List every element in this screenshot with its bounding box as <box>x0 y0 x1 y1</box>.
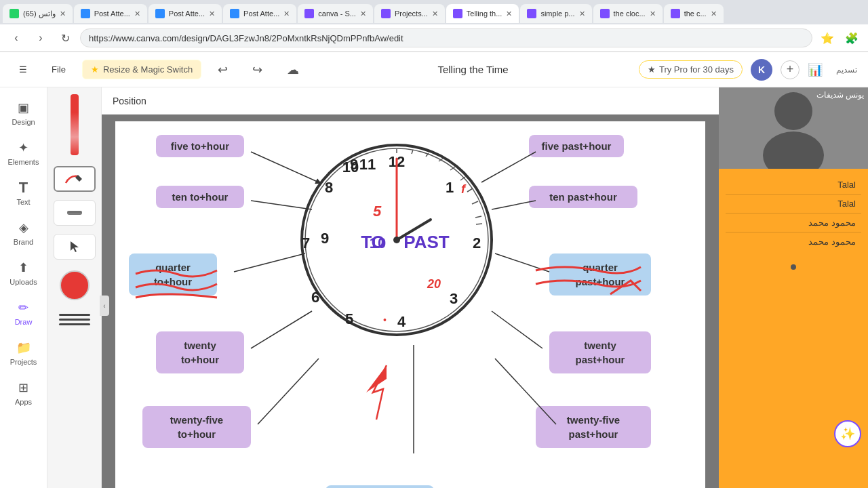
document-title: Telling the Time <box>315 64 631 75</box>
draw-color-circle[interactable] <box>60 270 90 300</box>
canvas-page[interactable]: five to+hour ten to+hour quarterto+hour … <box>115 121 705 488</box>
undo-button[interactable]: ↩ <box>210 58 236 81</box>
try-pro-button[interactable]: ★ Try Pro for 30 days <box>639 60 743 79</box>
forward-button[interactable]: › <box>31 28 50 47</box>
resize-label: Resize & Magic Switch <box>103 64 193 75</box>
tab-simple[interactable]: simple p... ✕ <box>520 4 591 23</box>
menu-button[interactable]: ☰ <box>11 60 35 79</box>
tab-whatsapp[interactable]: واتس (65) ✕ <box>3 4 73 23</box>
address-bar[interactable] <box>80 28 812 47</box>
tab-close[interactable]: ✕ <box>360 9 366 18</box>
projects-icon: 📁 <box>16 340 32 356</box>
cloud-save-button[interactable]: ☁ <box>279 58 307 81</box>
svg-text:9: 9 <box>321 230 329 247</box>
whatsapp-favicon <box>9 9 19 18</box>
tab-zoom1[interactable]: Post Atte... ✕ <box>74 4 147 23</box>
time-box-ten-past[interactable]: ten past+hour <box>529 186 637 208</box>
time-box-quarter-to[interactable]: quarterto+hour <box>129 253 217 296</box>
tab-label: the c... <box>684 9 707 18</box>
sidebar-item-projects[interactable]: 📁 Projects <box>1 334 45 371</box>
pro-star-icon: ★ <box>648 64 656 75</box>
stats-button[interactable]: 📊 <box>808 62 823 77</box>
magic-button[interactable]: ✨ <box>834 420 861 447</box>
svg-line-41 <box>492 311 542 348</box>
extension-button[interactable]: 🧩 <box>842 28 861 47</box>
sidebar-item-design[interactable]: ▣ Design <box>1 94 45 131</box>
time-box-five-to[interactable]: five to+hour <box>156 135 244 157</box>
tab-close[interactable]: ✕ <box>506 9 512 18</box>
video-feed: يونس شديفات <box>719 87 868 169</box>
red-arrow-svg <box>353 359 420 426</box>
tab-telling[interactable]: Telling th... ✕ <box>446 4 519 23</box>
tab-close[interactable]: ✕ <box>60 9 66 18</box>
tab-close[interactable]: ✕ <box>134 9 140 18</box>
sidebar-item-elements[interactable]: ✦ Elements <box>1 134 45 171</box>
zoom-favicon <box>155 9 165 18</box>
sidebar-item-text[interactable]: T Text <box>1 174 45 211</box>
tab-label: Post Atte... <box>94 9 130 18</box>
back-button[interactable]: ‹ <box>7 28 26 47</box>
tab-extra[interactable]: the c... ✕ <box>664 4 724 23</box>
tab-label: واتس (65) <box>23 9 56 18</box>
canvas-body[interactable]: five to+hour ten to+hour quarterto+hour … <box>102 115 719 488</box>
avatar[interactable]: K <box>751 59 772 81</box>
red-annotation-num: 20 <box>427 277 441 291</box>
color-picker-strip[interactable] <box>71 94 79 155</box>
sidebar-item-label: Uploads <box>9 278 37 286</box>
svg-text:11: 11 <box>359 156 376 173</box>
time-box-five-past[interactable]: five past+hour <box>529 135 624 157</box>
add-collaborator-button[interactable]: + <box>781 60 800 79</box>
tab-close[interactable]: ✕ <box>650 9 656 18</box>
reload-button[interactable]: ↻ <box>56 28 75 47</box>
sidebar-item-brand[interactable]: ◈ Brand <box>1 214 45 251</box>
time-box-twentyfive-to[interactable]: twenty-fiveto+hour <box>142 406 251 448</box>
marker-tool-button[interactable] <box>54 200 96 226</box>
redo-button[interactable]: ↪ <box>244 58 271 81</box>
sidebar-item-draw[interactable]: ✏ Draw <box>1 294 45 331</box>
canva-favicon <box>600 9 610 18</box>
design-icon: ▣ <box>16 100 32 116</box>
cursor-tool-button[interactable] <box>54 234 96 260</box>
tab-projects[interactable]: Projects... ✕ <box>374 4 445 23</box>
svg-point-46 <box>763 131 824 169</box>
tab-close[interactable]: ✕ <box>209 9 215 18</box>
app-header: ☰ File ★ Resize & Magic Switch ↩ ↪ ☁ Tel… <box>0 52 868 87</box>
tab-zoom2[interactable]: Post Atte... ✕ <box>149 4 222 23</box>
svg-text:PAST: PAST <box>403 232 450 252</box>
time-box-ten-to[interactable]: ten to+hour <box>156 186 244 208</box>
pen-tool-button[interactable] <box>54 166 96 192</box>
marker-icon <box>64 206 85 220</box>
tab-close[interactable]: ✕ <box>579 9 585 18</box>
sidebar-item-apps[interactable]: ⊞ Apps <box>1 374 45 411</box>
canvas-header: Position <box>102 87 719 115</box>
bookmark-button[interactable]: ⭐ <box>818 28 837 47</box>
svg-line-13 <box>476 224 482 224</box>
tab-close[interactable]: ✕ <box>711 9 717 18</box>
time-box-twentyfive-past[interactable]: twenty-fivepast+hour <box>536 406 651 448</box>
zoom-favicon <box>81 9 90 18</box>
panel-collapse-tab[interactable]: ‹ <box>100 296 109 316</box>
red-pen-mark: • <box>383 314 387 325</box>
svg-text:10: 10 <box>342 159 359 176</box>
tab-close[interactable]: ✕ <box>432 9 438 18</box>
time-box-quarter-past[interactable]: quarterpast+hour <box>549 253 651 296</box>
tab-canva1[interactable]: canva - S... ✕ <box>298 4 373 23</box>
time-box-twenty-to[interactable]: twentyto+hour <box>156 331 244 373</box>
tab-clock[interactable]: the cloc... ✕ <box>593 4 663 23</box>
time-box-twenty-past[interactable]: twentypast+hour <box>549 331 651 373</box>
tab-zoom3[interactable]: Post Atte... ✕ <box>223 4 296 23</box>
draw-tool-panel: ‹ <box>47 87 102 488</box>
elements-icon: ✦ <box>16 140 32 156</box>
magic-star: ★ <box>91 64 99 75</box>
file-button[interactable]: File <box>43 60 74 79</box>
sidebar-item-uploads[interactable]: ⬆ Uploads <box>1 254 45 291</box>
tab-label: Telling th... <box>467 9 502 18</box>
red-annotation-f: f <box>461 182 465 197</box>
svg-line-40 <box>495 253 549 272</box>
resize-magic-button[interactable]: ★ Resize & Magic Switch <box>82 60 201 79</box>
tools-menu-button[interactable] <box>54 308 96 330</box>
menu-line <box>59 314 90 316</box>
sidebar-item-label: Design <box>12 118 35 126</box>
time-box-half-past[interactable]: half past+hour <box>326 485 434 488</box>
tab-close[interactable]: ✕ <box>283 9 290 18</box>
